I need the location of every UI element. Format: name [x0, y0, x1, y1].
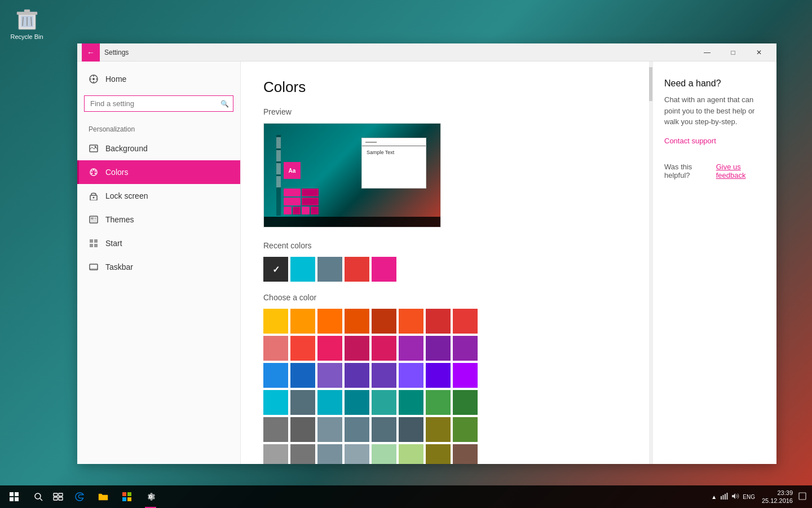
taskview-button[interactable] — [48, 485, 68, 508]
search-input[interactable] — [84, 95, 233, 112]
recent-color-4[interactable] — [372, 257, 396, 282]
color-grid-22[interactable] — [426, 363, 451, 388]
color-grid-5[interactable] — [399, 309, 423, 334]
svg-rect-52 — [799, 493, 806, 500]
color-grid-2[interactable] — [317, 309, 342, 334]
color-grid-46[interactable] — [426, 444, 451, 464]
svg-rect-34 — [15, 492, 19, 496]
color-grid-37[interactable] — [399, 417, 423, 442]
color-grid-26[interactable] — [317, 390, 342, 415]
color-grid-41[interactable] — [290, 444, 315, 464]
color-grid-19[interactable] — [345, 363, 369, 388]
color-grid-17[interactable] — [290, 363, 315, 388]
scrollbar-thumb[interactable] — [649, 67, 652, 101]
color-grid-32[interactable] — [263, 417, 288, 442]
contact-support-link[interactable]: Contact support — [664, 137, 716, 145]
svg-rect-49 — [725, 494, 726, 500]
settings-window: ← Settings — □ ✕ — [77, 43, 776, 464]
color-grid-47[interactable] — [453, 444, 478, 464]
start-icon — [89, 238, 99, 248]
close-button[interactable]: ✕ — [746, 43, 772, 62]
sidebar-item-taskbar[interactable]: Taskbar — [77, 255, 240, 279]
color-grid-8[interactable] — [263, 336, 288, 361]
color-grid-25[interactable] — [290, 390, 315, 415]
color-grid-14[interactable] — [426, 336, 451, 361]
taskbar-time-date[interactable]: 23:39 25.12.2016 — [762, 489, 793, 505]
start-button[interactable] — [0, 485, 28, 508]
recent-color-3[interactable] — [345, 257, 369, 282]
recent-color-0[interactable] — [263, 257, 288, 282]
sidebar-item-home[interactable]: Home — [77, 67, 240, 91]
taskbar-time: 23:39 — [762, 489, 793, 497]
color-grid-4[interactable] — [372, 309, 396, 334]
right-panel: Need a hand? Chat with an agent that can… — [652, 62, 776, 464]
color-grid-42[interactable] — [317, 444, 342, 464]
sidebar-item-themes[interactable]: Themes — [77, 208, 240, 231]
minimize-button[interactable]: — — [694, 43, 720, 62]
color-grid-28[interactable] — [372, 390, 396, 415]
color-grid-7[interactable] — [453, 309, 478, 334]
color-grid-18[interactable] — [317, 363, 342, 388]
color-grid-13[interactable] — [399, 336, 423, 361]
color-grid-45[interactable] — [399, 444, 423, 464]
color-grid-24[interactable] — [263, 390, 288, 415]
recycle-bin[interactable]: Recycle Bin — [6, 6, 48, 40]
recent-color-2[interactable] — [317, 257, 342, 282]
feedback-link[interactable]: Give us feedback — [716, 163, 765, 179]
preview-tiles — [284, 189, 319, 214]
taskbar-app-store[interactable] — [115, 485, 139, 508]
color-grid-12[interactable] — [372, 336, 396, 361]
color-grid-6[interactable] — [426, 309, 451, 334]
scrollbar-track[interactable] — [649, 62, 652, 464]
color-grid-9[interactable] — [290, 336, 315, 361]
taskbar-app-settings[interactable] — [139, 485, 162, 508]
color-grid-16[interactable] — [263, 363, 288, 388]
color-grid-35[interactable] — [345, 417, 369, 442]
color-grid-36[interactable] — [372, 417, 396, 442]
color-grid-21[interactable] — [399, 363, 423, 388]
svg-rect-42 — [59, 497, 63, 500]
svg-rect-44 — [127, 492, 131, 496]
taskbar-label: Taskbar — [105, 262, 133, 271]
svg-rect-30 — [94, 244, 98, 247]
color-grid-20[interactable] — [372, 363, 396, 388]
color-grid-33[interactable] — [290, 417, 315, 442]
taskbar-app-explorer[interactable] — [91, 485, 115, 508]
volume-icon[interactable] — [731, 493, 739, 501]
color-grid-1[interactable] — [290, 309, 315, 334]
color-grid-27[interactable] — [345, 390, 369, 415]
color-grid-40[interactable] — [263, 444, 288, 464]
color-grid-38[interactable] — [426, 417, 451, 442]
sidebar-item-colors[interactable]: Colors — [77, 160, 240, 184]
color-grid-31[interactable] — [453, 390, 478, 415]
maximize-button[interactable]: □ — [720, 43, 746, 62]
taskbar-system-icons: ▲ ENG — [711, 492, 755, 501]
sidebar-item-start[interactable]: Start — [77, 231, 240, 255]
color-grid-30[interactable] — [426, 390, 451, 415]
chevron-up-icon[interactable]: ▲ — [711, 494, 717, 500]
network-icon[interactable] — [720, 492, 728, 501]
sidebar-item-lock-screen[interactable]: Lock screen — [77, 184, 240, 208]
background-label: Background — [105, 144, 148, 153]
taskbar-app-edge[interactable] — [68, 485, 91, 508]
svg-point-18 — [95, 170, 96, 172]
color-grid-34[interactable] — [317, 417, 342, 442]
color-grid-39[interactable] — [453, 417, 478, 442]
color-grid-10[interactable] — [317, 336, 342, 361]
recent-color-1[interactable] — [290, 257, 315, 282]
back-button[interactable]: ← — [82, 43, 100, 62]
color-grid-11[interactable] — [345, 336, 369, 361]
color-grid-44[interactable] — [372, 444, 396, 464]
svg-marker-51 — [732, 493, 735, 499]
color-grid-15[interactable] — [453, 336, 478, 361]
notification-icon[interactable] — [798, 492, 806, 501]
color-grid-0[interactable] — [263, 309, 288, 334]
color-grid-23[interactable] — [453, 363, 478, 388]
taskbar-search-button[interactable] — [28, 485, 48, 508]
taskbar-apps — [68, 485, 711, 508]
sidebar-item-background[interactable]: Background — [77, 137, 240, 160]
color-grid-29[interactable] — [399, 390, 423, 415]
color-grid-43[interactable] — [345, 444, 369, 464]
color-grid-3[interactable] — [345, 309, 369, 334]
preview-window-titlebar — [362, 138, 426, 146]
